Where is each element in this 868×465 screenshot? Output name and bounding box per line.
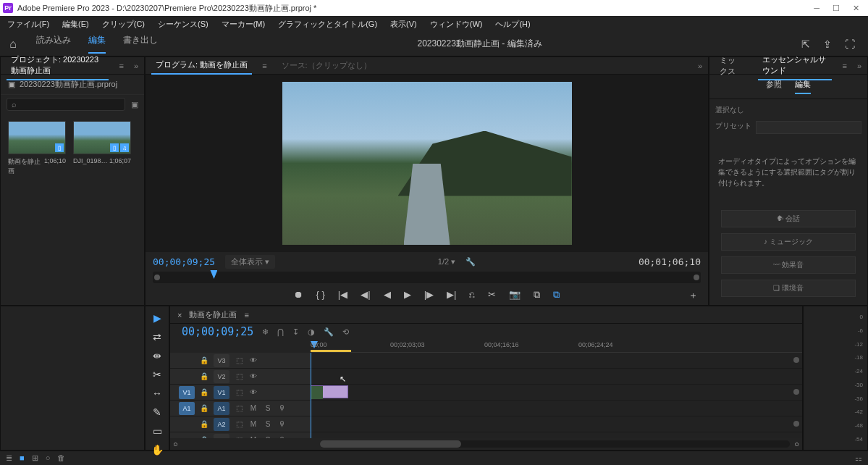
solo-button[interactable]: S bbox=[263, 404, 273, 412]
menu-help[interactable]: ヘルプ(H) bbox=[492, 17, 533, 31]
subtab-browse[interactable]: 参照 bbox=[766, 79, 782, 94]
track-target-a1[interactable]: A1 bbox=[214, 402, 229, 415]
maximize-button[interactable]: ☐ bbox=[833, 4, 840, 13]
mix-tab[interactable]: ミックス bbox=[715, 52, 748, 80]
mic-icon[interactable]: 🎙 bbox=[277, 404, 287, 412]
keyframe-dot[interactable] bbox=[793, 357, 799, 363]
track-select-tool[interactable]: ⇄ bbox=[153, 331, 161, 343]
hand-tool[interactable]: ✋ bbox=[151, 444, 164, 456]
preset-dropdown[interactable] bbox=[756, 121, 861, 134]
fit-dropdown[interactable]: 全体表示 ▾ bbox=[225, 255, 275, 269]
ripple-tool[interactable]: ⇹ bbox=[153, 350, 161, 361]
toggle-output-icon[interactable]: ⬚ bbox=[234, 372, 244, 380]
lock-icon[interactable]: 🔒 bbox=[199, 388, 209, 396]
icon-view-icon[interactable]: ■ bbox=[20, 453, 25, 463]
captions-icon[interactable]: ⟲ bbox=[342, 327, 349, 337]
timeline-timecode[interactable]: 00;00;09;25 bbox=[182, 325, 253, 338]
solo-button[interactable]: S bbox=[263, 436, 273, 438]
close-sequence-icon[interactable]: × bbox=[177, 311, 182, 319]
panel-more-icon[interactable]: » bbox=[857, 62, 861, 70]
track-target-a3[interactable]: A3 bbox=[214, 434, 229, 439]
work-area-bar[interactable] bbox=[311, 350, 351, 352]
marker-icon[interactable]: ↧ bbox=[292, 327, 299, 337]
music-button[interactable]: ♪ ミュージック bbox=[721, 233, 856, 251]
go-to-out-button[interactable]: ▶| bbox=[447, 289, 456, 301]
mic-icon[interactable]: 🎙 bbox=[277, 436, 287, 438]
mic-icon[interactable]: 🎙 bbox=[277, 420, 287, 428]
track-target-v3[interactable]: V3 bbox=[214, 354, 229, 367]
panel-more-icon[interactable]: » bbox=[134, 62, 138, 70]
track-height-icon[interactable]: ○ bbox=[794, 440, 799, 448]
in-point-handle[interactable] bbox=[154, 275, 160, 280]
dialogue-button[interactable]: 🗣 会話 bbox=[721, 210, 856, 227]
mute-button[interactable]: M bbox=[248, 404, 258, 412]
track-height-icon[interactable]: ○ bbox=[173, 440, 178, 448]
selection-tool[interactable]: ▶ bbox=[153, 312, 161, 324]
sequence-tab[interactable]: 動画を静止画 bbox=[189, 309, 237, 320]
zoom-slider-icon[interactable]: ○ bbox=[46, 453, 51, 463]
lift-button[interactable]: ⎌ bbox=[469, 289, 475, 301]
zoom-dropdown[interactable]: 1/2 ▾ bbox=[438, 257, 455, 267]
source-patch-a1[interactable]: A1 bbox=[179, 402, 195, 415]
menu-file[interactable]: ファイル(F) bbox=[4, 17, 52, 31]
panel-menu-icon[interactable]: ≡ bbox=[119, 62, 123, 70]
lock-icon[interactable]: 🔒 bbox=[199, 404, 209, 412]
toggle-output-icon[interactable]: ⬚ bbox=[234, 420, 244, 428]
quick-export-icon[interactable]: ⇱ bbox=[801, 38, 810, 50]
project-item[interactable]: ▯♫ DJI_0198…1;06;07 bbox=[73, 121, 131, 176]
ambience-button[interactable]: ❏ 環境音 bbox=[721, 280, 856, 297]
close-button[interactable]: ✕ bbox=[853, 4, 859, 13]
toggle-output-icon[interactable]: ⬚ bbox=[234, 436, 244, 438]
slip-tool[interactable]: ↔ bbox=[152, 388, 162, 399]
playhead-icon[interactable] bbox=[210, 270, 217, 279]
freeform-view-icon[interactable]: ⊞ bbox=[32, 453, 38, 463]
panel-more-icon[interactable]: » bbox=[698, 62, 702, 70]
export-frame-button[interactable]: 📷 bbox=[509, 289, 521, 301]
lock-icon[interactable]: 🔒 bbox=[199, 356, 209, 364]
extract-button[interactable]: ✂ bbox=[488, 289, 496, 301]
keyframe-dot[interactable] bbox=[793, 389, 799, 395]
panel-menu-icon[interactable]: ⚏ bbox=[855, 453, 862, 463]
source-tab[interactable]: ソース:（クリップなし） bbox=[277, 57, 376, 74]
lock-icon[interactable]: 🔒 bbox=[199, 420, 209, 428]
home-button[interactable]: ⌂ bbox=[0, 38, 26, 51]
pen-tool[interactable]: ✎ bbox=[153, 406, 161, 418]
in-out-button[interactable]: { } bbox=[316, 289, 325, 301]
program-scrubber[interactable] bbox=[153, 272, 701, 283]
essential-sound-tab[interactable]: エッセンシャルサウンド bbox=[758, 51, 833, 80]
subtab-edit[interactable]: 編集 bbox=[795, 79, 811, 94]
eye-icon[interactable]: 👁 bbox=[248, 356, 258, 364]
program-viewer[interactable] bbox=[146, 75, 708, 252]
time-ruler[interactable]: 00;00 00;02;03;03 00;04;16;16 00;06;24;2… bbox=[311, 341, 802, 353]
rectangle-tool[interactable]: ▭ bbox=[153, 425, 162, 437]
fullscreen-icon[interactable]: ⛶ bbox=[845, 38, 855, 50]
panel-menu-icon[interactable]: ≡ bbox=[262, 62, 266, 70]
eye-icon[interactable]: 👁 bbox=[248, 372, 258, 380]
track-target-v1[interactable]: V1 bbox=[214, 386, 229, 399]
toggle-output-icon[interactable]: ⬚ bbox=[234, 388, 244, 396]
eye-icon[interactable]: 👁 bbox=[248, 388, 258, 396]
snap-icon[interactable]: ❄ bbox=[262, 327, 269, 337]
comparison-button[interactable]: ⧉ bbox=[534, 289, 540, 301]
new-bin-icon[interactable]: ▣ bbox=[131, 100, 138, 109]
playhead-line[interactable] bbox=[311, 353, 311, 438]
sfx-button[interactable]: 〰 効果音 bbox=[721, 256, 856, 274]
play-backward-button[interactable]: ◀ bbox=[384, 289, 391, 301]
timeline-h-scrollbar[interactable] bbox=[320, 440, 791, 448]
current-timecode[interactable]: 00;00;09;25 bbox=[153, 256, 215, 267]
video-clip[interactable] bbox=[311, 385, 348, 398]
go-to-in-button[interactable]: |◀ bbox=[338, 289, 347, 301]
marker-button[interactable]: ⏺ bbox=[294, 289, 303, 301]
mute-button[interactable]: M bbox=[248, 436, 258, 438]
wrench-icon[interactable]: 🔧 bbox=[324, 327, 334, 337]
menu-graphics[interactable]: グラフィックとタイトル(G) bbox=[275, 17, 380, 31]
lock-icon[interactable]: 🔒 bbox=[199, 436, 209, 438]
list-view-icon[interactable]: ≣ bbox=[6, 453, 12, 463]
out-point-handle[interactable] bbox=[694, 275, 699, 280]
menu-view[interactable]: 表示(V) bbox=[387, 17, 420, 31]
razor-tool[interactable]: ✂ bbox=[153, 369, 161, 380]
menu-marker[interactable]: マーカー(M) bbox=[219, 17, 269, 31]
play-button[interactable]: ▶ bbox=[404, 289, 411, 301]
menu-sequence[interactable]: シーケンス(S) bbox=[155, 17, 211, 31]
project-item[interactable]: ▯ 動画を静止画1;06;10 bbox=[8, 121, 66, 176]
